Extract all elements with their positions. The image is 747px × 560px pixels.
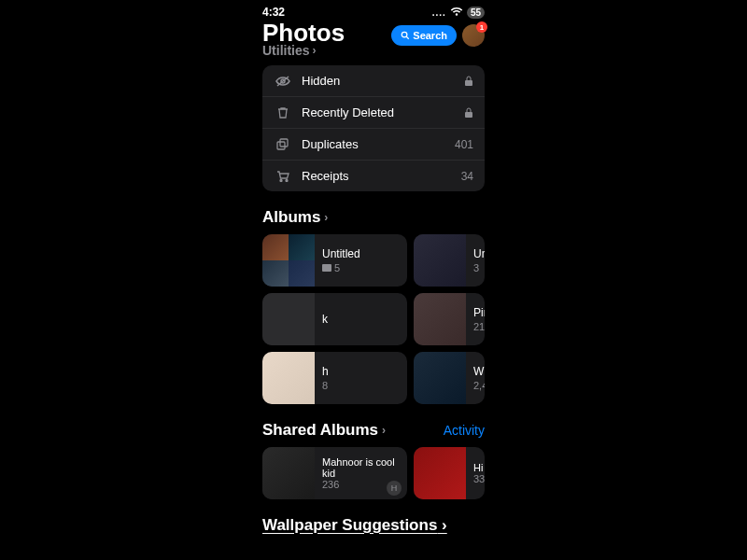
album-thumbnail	[262, 293, 315, 345]
app-header: Photos Utilities › Search 1	[249, 21, 498, 65]
svg-point-0	[402, 32, 408, 37]
album-count: 5	[322, 262, 360, 273]
album-card[interactable]: WhatsApp 2,472	[414, 352, 485, 404]
album-name: h	[322, 365, 329, 378]
svg-rect-6	[280, 139, 288, 147]
trash-icon	[274, 106, 292, 119]
shared-albums-header: Shared Albums › Activity	[249, 421, 498, 447]
activity-link[interactable]: Activity	[444, 423, 485, 438]
shared-albums-grid: Mahnoor is cool kid 236 H Hi 332	[249, 447, 498, 499]
svg-rect-10	[322, 264, 331, 272]
svg-rect-4	[465, 80, 472, 86]
album-thumbnail	[414, 234, 466, 287]
album-name: Untitled	[473, 247, 477, 260]
album-card[interactable]: h 8	[262, 352, 407, 404]
utilities-list: Hidden Recently Deleted Duplicates 401 R…	[262, 65, 485, 191]
battery-indicator: 55	[467, 7, 485, 19]
album-thumbnail	[414, 352, 466, 404]
utility-receipts[interactable]: Receipts 34	[262, 161, 485, 191]
album-thumbnail	[414, 293, 466, 345]
album-card[interactable]: Untitled 5	[262, 234, 407, 287]
album-name: Mahnoor is cool kid	[322, 456, 400, 479]
album-thumbnail	[262, 234, 315, 287]
albums-header[interactable]: Albums ›	[249, 208, 498, 234]
utility-recently-deleted[interactable]: Recently Deleted	[262, 97, 485, 129]
svg-line-1	[407, 36, 410, 39]
status-bar: 4:32 .... 55	[249, 0, 498, 21]
chevron-right-icon: ›	[382, 424, 386, 437]
status-indicators: .... 55	[432, 7, 485, 19]
album-name: Hi	[473, 462, 485, 473]
status-time: 4:32	[262, 6, 285, 19]
wallpaper-header[interactable]: Wallpaper Suggestions ›	[249, 516, 498, 535]
film-roll-icon	[322, 264, 331, 272]
section-title-label: Wallpaper Suggestions ›	[262, 516, 447, 534]
utility-label: Recently Deleted	[302, 105, 464, 119]
cart-icon	[274, 171, 292, 182]
album-thumbnail	[262, 352, 315, 404]
utility-label: Hidden	[302, 74, 464, 88]
svg-point-9	[286, 179, 288, 181]
utility-count: 401	[455, 138, 473, 151]
album-name: Untitled	[322, 247, 360, 260]
shared-album-card[interactable]: Hi 332	[414, 447, 485, 499]
album-name: WhatsApp	[473, 365, 477, 378]
album-count: 212	[473, 321, 477, 332]
eye-off-icon	[274, 76, 292, 87]
album-card[interactable]: Untitled 3	[414, 234, 485, 287]
album-name: Pinterest	[473, 306, 477, 319]
album-name: k	[322, 313, 328, 326]
search-label: Search	[413, 30, 447, 41]
album-count: 2,472	[473, 380, 477, 391]
album-card[interactable]: Pinterest 212	[414, 293, 485, 345]
copy-icon	[274, 138, 292, 151]
cellular-icon: ....	[432, 7, 446, 18]
lock-icon	[464, 107, 473, 119]
utility-label: Duplicates	[302, 137, 455, 151]
chevron-right-icon: ›	[324, 211, 328, 224]
notification-badge: 1	[476, 21, 487, 33]
chevron-right-icon: ›	[313, 44, 317, 57]
album-card[interactable]: k	[262, 293, 407, 345]
utility-hidden[interactable]: Hidden	[262, 65, 485, 97]
shared-album-card[interactable]: Mahnoor is cool kid 236 H	[262, 447, 407, 499]
album-thumbnail	[262, 447, 315, 499]
albums-grid: Untitled 5 Untitled 3 k	[249, 234, 498, 404]
participant-avatar: H	[387, 481, 402, 496]
album-thumbnail	[414, 447, 466, 499]
album-count: 332	[473, 473, 485, 484]
utility-duplicates[interactable]: Duplicates 401	[262, 129, 485, 161]
album-count: 3	[473, 262, 477, 273]
svg-rect-5	[465, 112, 472, 118]
svg-point-8	[280, 179, 282, 181]
utility-label: Receipts	[302, 169, 461, 183]
page-title: Photos	[262, 21, 345, 45]
shared-albums-title[interactable]: Shared Albums ›	[262, 421, 386, 440]
search-button[interactable]: Search	[391, 25, 457, 46]
phone-screen: 4:32 .... 55 Photos Utilities › Search 1	[249, 0, 498, 560]
svg-rect-7	[277, 142, 285, 149]
utility-count: 34	[461, 170, 473, 183]
album-count: 8	[322, 380, 329, 391]
search-icon	[401, 31, 410, 40]
section-title-label: Albums	[262, 208, 320, 227]
wifi-icon	[450, 7, 463, 17]
lock-icon	[464, 76, 473, 87]
subtitle-row[interactable]: Utilities ›	[262, 43, 345, 58]
profile-avatar[interactable]: 1	[462, 24, 485, 47]
section-title-label: Shared Albums	[262, 421, 378, 440]
subtitle-label: Utilities	[262, 43, 310, 58]
